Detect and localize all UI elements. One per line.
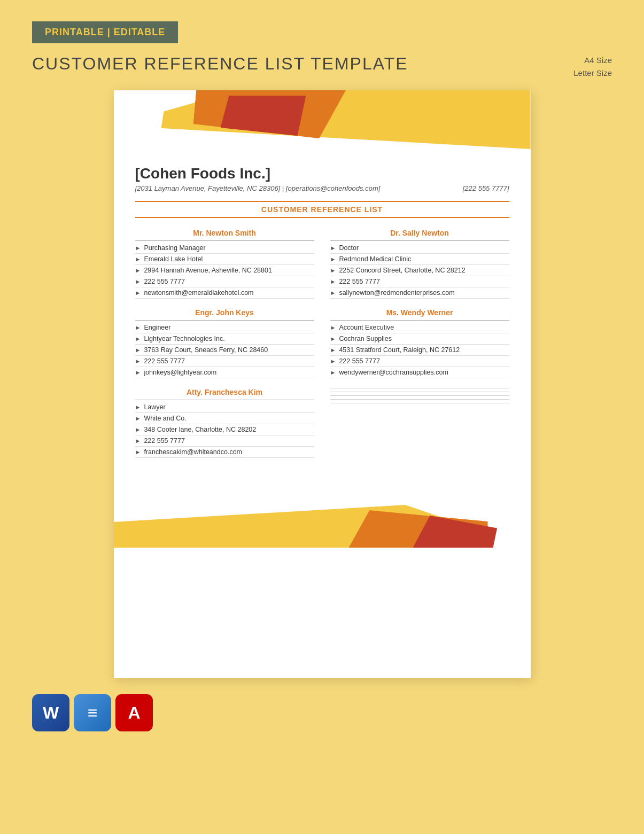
arrow-icon: ► bbox=[135, 245, 141, 251]
reference-columns: Mr. Newton Smith ► Purchasing Manager ► … bbox=[135, 229, 509, 467]
ref-item: ► 348 Cooter lane, Charlotte, NC 28202 bbox=[135, 426, 314, 435]
section-title: CUSTOMER REFERENCE LIST bbox=[135, 201, 509, 218]
ref-name-sally: Dr. Sally Newton bbox=[330, 229, 509, 237]
ref-sally-newton: Dr. Sally Newton ► Doctor ► Redmond Medi… bbox=[330, 229, 509, 299]
ref-col-left: Mr. Newton Smith ► Purchasing Manager ► … bbox=[135, 229, 314, 467]
arrow-icon: ► bbox=[135, 449, 141, 455]
arrow-icon: ► bbox=[135, 290, 141, 296]
ref-item: ► Cochran Supplies bbox=[330, 335, 509, 345]
company-details: [2031 Layman Avenue, Fayetteville, NC 28… bbox=[135, 184, 509, 192]
ref-item: ► newtonsmith@emeraldlakehotel.com bbox=[135, 289, 314, 299]
ref-wendy-werner: Ms. Wendy Werner ► Account Executive ► C… bbox=[330, 308, 509, 378]
ref-item: ► Redmond Medical Clinic bbox=[330, 255, 509, 265]
decor-white-tab bbox=[114, 90, 167, 160]
ref-item: ► 222 555 7777 bbox=[330, 278, 509, 287]
arrow-icon: ► bbox=[135, 369, 141, 376]
ref-item: ► 222 555 7777 bbox=[135, 357, 314, 367]
arrow-icon: ► bbox=[330, 358, 336, 364]
arrow-icon: ► bbox=[330, 245, 336, 251]
ref-item: ► 2994 Hannah Avenue, Asheville, NC 2880… bbox=[135, 267, 314, 276]
arrow-icon: ► bbox=[330, 369, 336, 376]
arrow-icon: ► bbox=[135, 267, 141, 274]
ref-item: ► wendywerner@cochransupplies.com bbox=[330, 369, 509, 378]
page-title-area: CUSTOMER REFERENCE LIST TEMPLATE A4 Size… bbox=[0, 43, 644, 90]
doc-content: [Cohen Foods Inc.] [2031 Layman Avenue, … bbox=[114, 160, 531, 484]
pdf-icon[interactable]: A bbox=[115, 694, 153, 731]
document-container: [Cohen Foods Inc.] [2031 Layman Avenue, … bbox=[114, 90, 531, 678]
arrow-icon: ► bbox=[330, 256, 336, 262]
ref-item: ► 4531 Stratford Court, Raleigh, NC 2761… bbox=[330, 346, 509, 356]
arrow-icon: ► bbox=[135, 347, 141, 353]
arrow-icon: ► bbox=[135, 256, 141, 262]
ref-item: ► Account Executive bbox=[330, 324, 509, 333]
empty-line bbox=[330, 392, 509, 392]
arrow-icon: ► bbox=[135, 336, 141, 342]
ref-item: ► 2252 Concord Street, Charlotte, NC 282… bbox=[330, 267, 509, 276]
ref-item: ► 222 555 7777 bbox=[330, 357, 509, 367]
ref-item: ► Lightyear Technologies Inc. bbox=[135, 335, 314, 345]
decor-bottom-white bbox=[493, 494, 531, 548]
empty-line bbox=[330, 395, 509, 396]
footer-decoration bbox=[114, 494, 531, 548]
arrow-icon: ► bbox=[135, 426, 141, 433]
ref-name-john: Engr. John Keys bbox=[135, 308, 314, 317]
arrow-icon: ► bbox=[330, 324, 336, 331]
a4-size: A4 Size bbox=[573, 54, 612, 67]
arrow-icon: ► bbox=[330, 336, 336, 342]
printable-banner: PRINTABLE | EDITABLE bbox=[32, 21, 178, 43]
docs-icon[interactable]: ≡ bbox=[74, 694, 111, 731]
word-icon-label: W bbox=[43, 703, 59, 723]
ref-franchesca-kim: Atty. Franchesca Kim ► Lawyer ► White an… bbox=[135, 388, 314, 458]
arrow-icon: ► bbox=[135, 438, 141, 444]
empty-line bbox=[330, 403, 509, 403]
ref-col-right: Dr. Sally Newton ► Doctor ► Redmond Medi… bbox=[330, 229, 509, 467]
arrow-icon: ► bbox=[135, 278, 141, 285]
company-phone: [222 555 7777] bbox=[463, 184, 509, 192]
empty-line bbox=[330, 388, 509, 388]
company-address: [2031 Layman Avenue, Fayetteville, NC 28… bbox=[135, 184, 381, 192]
ref-item: ► Doctor bbox=[330, 244, 509, 254]
arrow-icon: ► bbox=[135, 358, 141, 364]
arrow-icon: ► bbox=[135, 324, 141, 331]
ref-item: ► 3763 Ray Court, Sneads Ferry, NC 28460 bbox=[135, 346, 314, 356]
ref-newton-smith: Mr. Newton Smith ► Purchasing Manager ► … bbox=[135, 229, 314, 299]
arrow-icon: ► bbox=[330, 347, 336, 353]
empty-line bbox=[330, 399, 509, 400]
banner-text: PRINTABLE | EDITABLE bbox=[45, 27, 165, 37]
ref-item: ► White and Co. bbox=[135, 415, 314, 424]
ref-item: ► Engineer bbox=[135, 324, 314, 333]
arrow-icon: ► bbox=[330, 267, 336, 274]
ref-john-keys: Engr. John Keys ► Engineer ► Lightyear T… bbox=[135, 308, 314, 378]
ref-name-newton: Mr. Newton Smith bbox=[135, 229, 314, 237]
word-icon[interactable]: W bbox=[32, 694, 69, 731]
header-decoration bbox=[114, 90, 531, 160]
ref-item: ► franchescakim@whiteandco.com bbox=[135, 448, 314, 458]
ref-item: ► Lawyer bbox=[135, 403, 314, 413]
ref-item: ► Purchasing Manager bbox=[135, 244, 314, 254]
letter-size: Letter Size bbox=[573, 67, 612, 80]
bottom-icons-area: W ≡ A bbox=[0, 678, 644, 742]
ref-item: ► johnkeys@lightyear.com bbox=[135, 369, 314, 378]
ref-item: ► sallynewton@redmondenterprises.com bbox=[330, 289, 509, 299]
arrow-icon: ► bbox=[330, 278, 336, 285]
company-name: [Cohen Foods Inc.] bbox=[135, 165, 509, 182]
arrow-icon: ► bbox=[135, 415, 141, 422]
arrow-icon: ► bbox=[330, 290, 336, 296]
arrow-icon: ► bbox=[135, 404, 141, 410]
ref-item: ► Emerald Lake Hotel bbox=[135, 255, 314, 265]
ref-empty-block bbox=[330, 388, 509, 403]
ref-name-wendy: Ms. Wendy Werner bbox=[330, 308, 509, 317]
pdf-icon-label: A bbox=[128, 703, 140, 723]
page-title: CUSTOMER REFERENCE LIST TEMPLATE bbox=[32, 54, 408, 74]
size-info: A4 Size Letter Size bbox=[573, 54, 612, 80]
ref-name-franchesca: Atty. Franchesca Kim bbox=[135, 388, 314, 396]
ref-item: ► 222 555 7777 bbox=[135, 437, 314, 447]
ref-item: ► 222 555 7777 bbox=[135, 278, 314, 287]
docs-icon-label: ≡ bbox=[88, 703, 98, 723]
